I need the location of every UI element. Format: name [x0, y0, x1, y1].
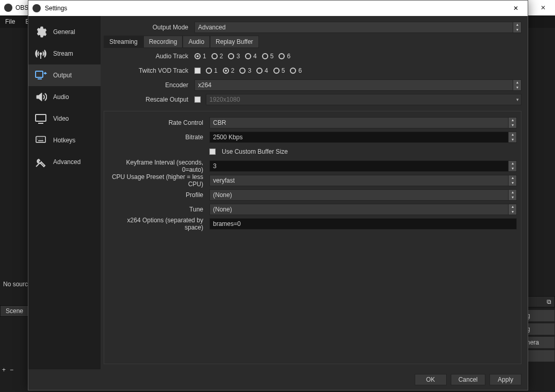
output-tabs: Streaming Recording Audio Replay Buffer: [104, 36, 521, 48]
svg-rect-2: [36, 71, 43, 77]
select-spinner-icon: ▴▾: [508, 190, 516, 200]
sidebar-item-hotkeys[interactable]: Hotkeys: [28, 129, 101, 151]
bitrate-input[interactable]: 2500 Kbps ▴▾: [209, 132, 517, 143]
no-sources-label: No sourc: [3, 281, 28, 288]
vod-track-label: Twitch VOD Track: [104, 67, 191, 74]
dialog-titlebar: Settings ✕: [28, 1, 528, 16]
right-button-3[interactable]: nera: [524, 336, 555, 349]
select-spinner-icon: ▴▾: [508, 204, 516, 215]
sidebar-item-label: Output: [53, 72, 72, 79]
chevron-down-icon: ▾: [516, 97, 519, 102]
close-icon: ✕: [513, 5, 518, 12]
settings-content: Output Mode Advanced ▴▾ Streaming Record…: [101, 16, 528, 369]
cpu-preset-label: CPU Usage Preset (higher = less CPU): [108, 173, 206, 188]
controls-dock-header[interactable]: ⧉: [524, 296, 555, 307]
cpu-preset-select[interactable]: veryfast ▴▾: [209, 175, 517, 186]
main-close-button[interactable]: ✕: [531, 0, 555, 15]
number-spinner-icon[interactable]: ▴▾: [508, 132, 516, 142]
apply-button[interactable]: Apply: [489, 374, 521, 385]
custom-buffer-checkbox[interactable]: [209, 149, 216, 155]
profile-select[interactable]: (None) ▴▾: [209, 189, 517, 201]
tab-replay-buffer[interactable]: Replay Buffer: [210, 36, 259, 48]
svg-rect-4: [36, 115, 46, 121]
tab-streaming[interactable]: Streaming: [104, 36, 143, 48]
select-spinner-icon: ▴▾: [508, 175, 516, 186]
output-icon: [34, 68, 48, 83]
select-spinner-icon: ▴▾: [508, 118, 516, 128]
audio-track-3[interactable]: 3: [228, 53, 240, 60]
vod-track-1[interactable]: 1: [206, 67, 218, 74]
ok-button[interactable]: OK: [415, 374, 447, 385]
audio-track-4[interactable]: 4: [245, 53, 257, 60]
output-mode-select[interactable]: Advanced ▴▾: [194, 22, 521, 33]
audio-track-2[interactable]: 2: [211, 53, 223, 60]
dialog-title: Settings: [45, 5, 67, 12]
audio-track-1[interactable]: 1: [194, 53, 206, 60]
vod-track-enable-checkbox[interactable]: [194, 68, 201, 74]
x264-opts-input[interactable]: brames=0: [209, 218, 517, 230]
sidebar-item-label: General: [53, 28, 75, 36]
encoder-label: Encoder: [104, 81, 191, 89]
menu-file[interactable]: File: [0, 18, 20, 25]
vod-track-5[interactable]: 5: [273, 67, 285, 74]
sidebar-item-audio[interactable]: Audio: [28, 86, 101, 108]
audio-track-5[interactable]: 5: [262, 53, 274, 60]
rate-control-select[interactable]: CBR ▴▾: [209, 117, 517, 128]
select-spinner-icon: ▴▾: [513, 22, 521, 32]
add-scene-button[interactable]: +: [2, 366, 6, 373]
tab-audio[interactable]: Audio: [183, 36, 210, 48]
sidebar-item-video[interactable]: Video: [28, 108, 101, 129]
sidebar-item-label: Video: [53, 115, 69, 122]
dialog-footer: OK Cancel Apply: [28, 369, 528, 390]
sidebar-item-stream[interactable]: Stream: [28, 43, 101, 64]
monitor-icon: [34, 111, 48, 126]
tools-icon: [34, 155, 48, 169]
sidebar-item-label: Audio: [53, 93, 69, 101]
rescale-checkbox[interactable]: [194, 96, 201, 103]
rate-control-label: Rate Control: [108, 119, 206, 126]
obs-dialog-icon: [32, 4, 41, 12]
custom-buffer-label: Use Custom Buffer Size: [222, 148, 288, 155]
rescale-resolution-select[interactable]: 1920x1080 ▾: [206, 94, 521, 105]
cancel-button[interactable]: Cancel: [451, 374, 485, 385]
vod-track-3[interactable]: 3: [239, 67, 251, 74]
rescale-label: Rescale Output: [104, 96, 191, 103]
sidebar-item-output[interactable]: Output: [28, 64, 101, 86]
right-button-4[interactable]: [524, 350, 555, 362]
gear-icon: [34, 25, 48, 39]
tune-label: Tune: [108, 206, 206, 213]
profile-label: Profile: [108, 191, 206, 199]
sidebar-item-advanced[interactable]: Advanced: [28, 151, 101, 173]
antenna-icon: [34, 46, 48, 61]
audio-track-radios: 1 2 3 4 5 6: [194, 53, 290, 60]
keyboard-icon: [34, 133, 48, 148]
settings-sidebar: General Stream Output Audio: [28, 16, 101, 369]
dialog-close-button[interactable]: ✕: [504, 1, 528, 16]
sidebar-item-general[interactable]: General: [28, 21, 101, 43]
sidebar-item-label: Hotkeys: [53, 137, 75, 144]
select-spinner-icon: ▴▾: [513, 80, 521, 90]
audio-track-6[interactable]: 6: [279, 53, 290, 60]
scene-tab[interactable]: Scene: [0, 305, 29, 317]
sidebar-item-label: Stream: [53, 50, 73, 57]
vod-track-4[interactable]: 4: [256, 67, 268, 74]
vod-track-6[interactable]: 6: [290, 67, 302, 74]
right-button-1[interactable]: g: [524, 309, 555, 322]
encoder-select[interactable]: x264 ▴▾: [194, 79, 521, 91]
encoder-settings-group: Rate Control CBR ▴▾ Bitrate 2500 Kbps ▴▾: [104, 111, 521, 364]
tune-select[interactable]: (None) ▴▾: [209, 204, 517, 215]
speaker-icon: [34, 90, 48, 104]
bitrate-label: Bitrate: [108, 134, 206, 141]
remove-scene-button[interactable]: −: [10, 366, 13, 373]
keyframe-input[interactable]: 3 ▴▾: [209, 160, 517, 172]
sidebar-item-label: Advanced: [53, 158, 80, 166]
number-spinner-icon[interactable]: ▴▾: [508, 161, 516, 171]
right-button-2[interactable]: g: [524, 323, 555, 335]
vod-track-2[interactable]: 2: [223, 67, 235, 74]
vod-track-radios: 1 2 3 4 5 6: [206, 67, 302, 74]
tab-recording[interactable]: Recording: [143, 36, 183, 48]
keyframe-label: Keyframe Interval (seconds, 0=auto): [108, 159, 206, 173]
audio-track-label: Audio Track: [104, 53, 191, 60]
main-window-title: OBS: [15, 4, 28, 11]
settings-dialog: Settings ✕ General Stream Output: [28, 0, 528, 390]
